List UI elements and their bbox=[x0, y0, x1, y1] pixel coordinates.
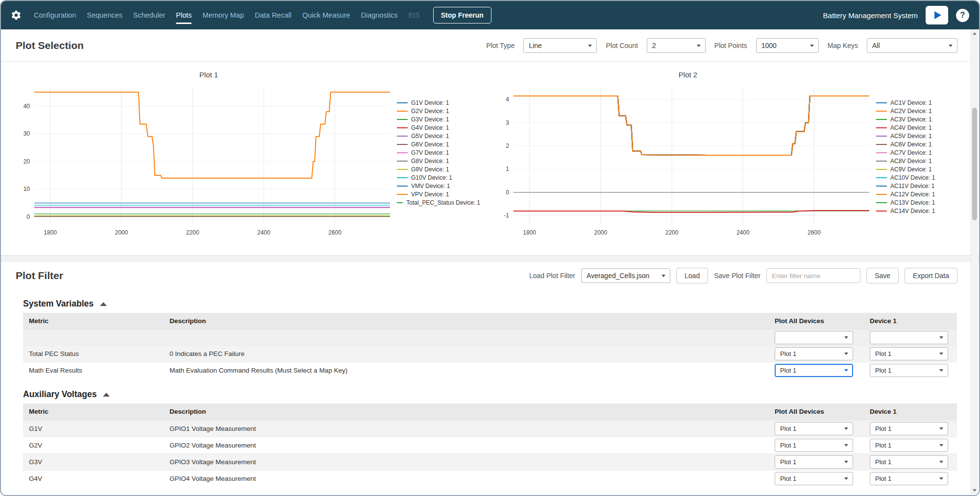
legend-item-g9v[interactable]: G9V Device: 1 bbox=[397, 165, 480, 173]
legend-item-ac10v[interactable]: AC10V Device: 1 bbox=[876, 173, 959, 182]
legend-item-ac13v[interactable]: AC13V Device: 1 bbox=[876, 198, 959, 207]
gear-icon[interactable] bbox=[11, 10, 22, 21]
plot-all-devices-select-g4v[interactable]: Plot 1 bbox=[775, 472, 853, 485]
nav-item-plots[interactable]: Plots bbox=[171, 8, 197, 22]
export-data-button[interactable]: Export Data bbox=[905, 268, 957, 283]
filter-select-plot-all-devices[interactable] bbox=[775, 331, 853, 344]
device-1-select-g1v[interactable]: Plot 1 bbox=[870, 422, 948, 435]
play-button[interactable] bbox=[926, 6, 948, 24]
legend-label: AC3V Device: 1 bbox=[890, 116, 932, 123]
plot-all-devices-select-g3v[interactable]: Plot 1 bbox=[775, 455, 853, 469]
legend-item-vpv[interactable]: VPV Device: 1 bbox=[397, 190, 480, 198]
legend-item-g5v[interactable]: G5V Device: 1 bbox=[397, 132, 480, 140]
metric-cell: G2V bbox=[23, 437, 164, 453]
legend-line-swatch bbox=[876, 136, 887, 137]
column-header-description: Description bbox=[164, 313, 769, 330]
legend-item-ac12v[interactable]: AC12V Device: 1 bbox=[876, 190, 959, 198]
plot-filter-title: Plot Filter bbox=[16, 270, 63, 282]
column-header-plot-all-devices: Plot All Devices bbox=[769, 313, 864, 330]
legend-item-ac14v[interactable]: AC14V Device: 1 bbox=[876, 207, 959, 215]
legend-item-g3v[interactable]: G3V Device: 1 bbox=[397, 115, 480, 123]
plot-count-select[interactable]: 2 bbox=[647, 38, 706, 53]
legend-item-ac8v[interactable]: AC8V Device: 1 bbox=[876, 157, 959, 165]
chevron-down-icon bbox=[949, 45, 953, 47]
nav-item-quick-measure[interactable]: Quick Measure bbox=[297, 8, 356, 22]
scrollbar[interactable] bbox=[971, 29, 978, 494]
legend-item-ac9v[interactable]: AC9V Device: 1 bbox=[876, 165, 959, 173]
legend-line-swatch bbox=[397, 202, 403, 203]
nav-item-eis[interactable]: EIS bbox=[403, 8, 425, 22]
nav-item-sequences[interactable]: Sequences bbox=[81, 8, 128, 22]
load-filter-select[interactable]: Averaged_Cells.json bbox=[581, 268, 670, 283]
table-row-g1v: G1VGPIO1 Voltage MeasurementPlot 1Plot 1 bbox=[23, 420, 957, 437]
scroll-up-arrow[interactable] bbox=[971, 29, 978, 37]
load-button[interactable]: Load bbox=[676, 268, 708, 283]
legend-item-g10v[interactable]: G10V Device: 1 bbox=[397, 173, 480, 182]
legend-item-g4v[interactable]: G4V Device: 1 bbox=[397, 123, 480, 132]
chevron-down-icon bbox=[697, 45, 701, 47]
map-keys-select[interactable]: All bbox=[867, 38, 957, 53]
legend-item-ac11v[interactable]: AC11V Device: 1 bbox=[876, 182, 959, 190]
plot-all-devices-select-math-eval-results[interactable]: Plot 1 bbox=[775, 364, 853, 377]
legend-line-swatch bbox=[397, 169, 408, 170]
legend-item-ac1v[interactable]: AC1V Device: 1 bbox=[876, 98, 959, 107]
legend-item-ac4v[interactable]: AC4V Device: 1 bbox=[876, 123, 959, 132]
scrollbar-thumb[interactable] bbox=[972, 108, 977, 220]
load-plot-filter-label: Load Plot Filter bbox=[529, 272, 575, 280]
legend-label: AC13V Device: 1 bbox=[890, 199, 935, 206]
filter-name-input[interactable] bbox=[766, 268, 860, 283]
dd-value: Plot 1 bbox=[875, 425, 891, 432]
legend-item-ac2v[interactable]: AC2V Device: 1 bbox=[876, 107, 959, 115]
table-row-g4v: G4VGPIO4 Voltage MeasurementPlot 1Plot 1 bbox=[23, 470, 957, 487]
legend-item-ac7v[interactable]: AC7V Device: 1 bbox=[876, 148, 959, 157]
plot-all-devices-select-g1v[interactable]: Plot 1 bbox=[775, 422, 853, 435]
legend-item-vmv[interactable]: VMV Device: 1 bbox=[397, 182, 480, 190]
legend-line-swatch bbox=[876, 211, 887, 212]
dd-value: Plot 1 bbox=[875, 458, 891, 466]
device-1-select-g3v[interactable]: Plot 1 bbox=[870, 455, 948, 469]
legend-item-ac5v[interactable]: AC5V Device: 1 bbox=[876, 132, 959, 140]
nav-item-memory-map[interactable]: Memory Map bbox=[197, 8, 249, 22]
device-1-select-total-pec-status[interactable]: Plot 1 bbox=[870, 347, 948, 360]
legend-item-g6v[interactable]: G6V Device: 1 bbox=[397, 140, 480, 148]
nav-item-diagnostics[interactable]: Diagnostics bbox=[355, 8, 403, 22]
nav-item-data-recall[interactable]: Data Recall bbox=[249, 8, 297, 22]
collapse-arrow-icon[interactable] bbox=[103, 393, 110, 397]
plot-filter-bar: Plot Filter Load Plot Filter Averaged_Ce… bbox=[1, 261, 979, 288]
help-icon[interactable]: ? bbox=[956, 9, 969, 22]
plot-points-select[interactable]: 1000 bbox=[756, 38, 819, 53]
save-button[interactable]: Save bbox=[866, 268, 899, 283]
nav-item-configuration[interactable]: Configuration bbox=[28, 8, 81, 22]
svg-text:2400: 2400 bbox=[736, 229, 750, 236]
nav-item-scheduler[interactable]: Scheduler bbox=[128, 8, 171, 22]
legend-item-ac3v[interactable]: AC3V Device: 1 bbox=[876, 115, 959, 123]
legend-item-g2v[interactable]: G2V Device: 1 bbox=[397, 107, 480, 115]
column-header-metric: Metric bbox=[23, 403, 164, 420]
plot-type-select[interactable]: Line bbox=[523, 38, 597, 53]
metric-cell: Math Eval Results bbox=[23, 362, 164, 378]
legend-line-swatch bbox=[397, 194, 408, 195]
legend-item-ac6v[interactable]: AC6V Device: 1 bbox=[876, 140, 959, 148]
collapse-arrow-icon[interactable] bbox=[100, 302, 107, 306]
metric-cell: Total PEC Status bbox=[23, 345, 164, 362]
chevron-down-icon bbox=[844, 369, 848, 372]
section-divider bbox=[1, 256, 979, 261]
plot-selection-controls: Plot TypeLinePlot Count2Plot Points1000M… bbox=[486, 38, 957, 53]
legend-item-g1v[interactable]: G1V Device: 1 bbox=[397, 98, 480, 107]
chevron-down-icon bbox=[844, 427, 848, 430]
chevron-down-icon bbox=[939, 353, 943, 355]
filter-select-device-1[interactable] bbox=[870, 331, 948, 344]
device-1-select-g2v[interactable]: Plot 1 bbox=[870, 439, 948, 452]
plot-all-devices-select-g2v[interactable]: Plot 1 bbox=[775, 439, 853, 452]
device-1-select-math-eval-results[interactable]: Plot 1 bbox=[870, 364, 948, 377]
stop-freerun-button[interactable]: Stop Freerun bbox=[433, 7, 491, 24]
chevron-down-icon bbox=[588, 45, 592, 47]
scroll-down-arrow[interactable] bbox=[971, 486, 978, 494]
device-1-select-g4v[interactable]: Plot 1 bbox=[870, 472, 948, 485]
chevron-down-icon bbox=[844, 336, 848, 339]
dd-value: All bbox=[872, 42, 880, 49]
legend-item-g7v[interactable]: G7V Device: 1 bbox=[397, 148, 480, 157]
legend-item-total-pec-status[interactable]: Total_PEC_Status Device: 1 bbox=[397, 198, 480, 207]
legend-item-g8v[interactable]: G8V Device: 1 bbox=[397, 157, 480, 165]
plot-all-devices-select-total-pec-status[interactable]: Plot 1 bbox=[775, 347, 853, 360]
